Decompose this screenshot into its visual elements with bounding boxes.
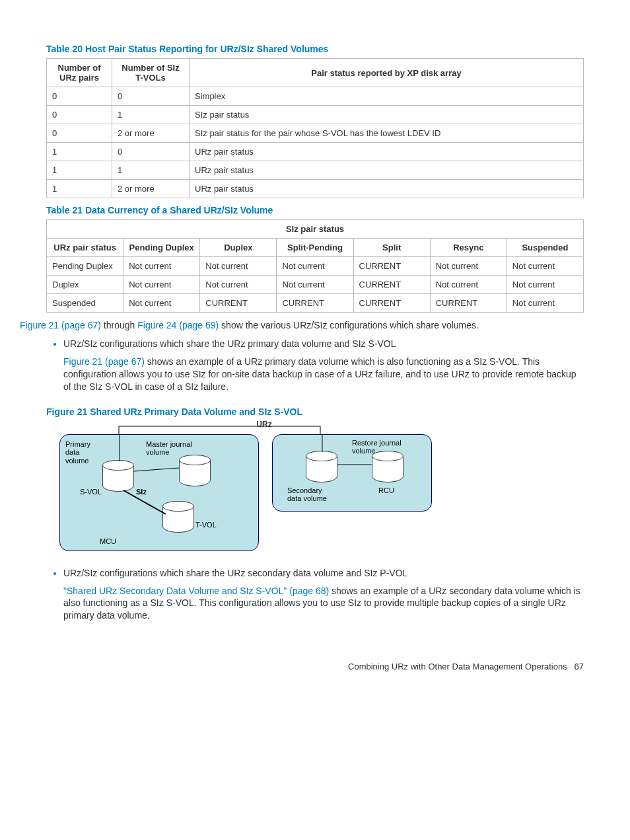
table-cell: Not current xyxy=(200,257,277,276)
restore-journal-cyl-icon xyxy=(372,451,403,482)
table-header: Pending Duplex xyxy=(123,239,200,257)
table-cell: Not current xyxy=(507,276,583,294)
link-fig24[interactable]: Figure 24 (page 69) xyxy=(137,320,219,330)
table-21-title: Table 21 Data Currency of a Shared URz/S… xyxy=(46,205,584,215)
bullet-shared-primary: URz/SIz configurations which share the U… xyxy=(63,338,584,393)
table-cell: Not current xyxy=(123,257,200,276)
table-cell: Not current xyxy=(277,276,353,294)
table-cell: CURRENT xyxy=(200,294,277,313)
table-cell: Suspended xyxy=(47,294,123,313)
table-cell: URz pair status xyxy=(190,161,584,180)
page-footer: Combining URz with Other Data Management… xyxy=(46,662,584,671)
table-cell: 1 xyxy=(47,161,112,180)
t20-h1: Number of URz pairs xyxy=(47,59,112,87)
table-cell: Not current xyxy=(277,257,353,276)
table-header: Resync xyxy=(430,239,507,257)
table-cell: 0 xyxy=(112,87,190,106)
table-cell: Not current xyxy=(430,276,507,294)
table-cell: 0 xyxy=(47,106,112,124)
table-header: Duplex xyxy=(200,239,277,257)
table-cell: Simplex xyxy=(190,87,584,106)
table-cell: URz pair status xyxy=(190,180,584,198)
table-header: Suspended xyxy=(507,239,583,257)
table-cell: SIz pair status xyxy=(190,106,584,124)
table-21: SIz pair status URz pair statusPending D… xyxy=(46,219,584,313)
table-cell: 0 xyxy=(47,124,112,143)
t20-h2: Number of SIz T-VOLs xyxy=(112,59,190,87)
table-cell: Not current xyxy=(430,257,507,276)
table-cell: URz pair status xyxy=(190,143,584,161)
table-cell: CURRENT xyxy=(353,276,430,294)
table-cell: CURRENT xyxy=(277,294,353,313)
primary-cyl-icon xyxy=(102,460,134,492)
table-20: Number of URz pairs Number of SIz T-VOLs… xyxy=(46,58,584,198)
table-20-title: Table 20 Host Pair Status Reporting for … xyxy=(46,44,584,54)
master-journal-cyl-icon xyxy=(179,455,211,486)
table-header: URz pair status xyxy=(47,239,123,257)
mcu-box: Primary data volume Master journal volum… xyxy=(59,434,259,551)
table-cell: 0 xyxy=(47,87,112,106)
secondary-cyl-icon xyxy=(306,451,337,482)
table-cell: CURRENT xyxy=(353,294,430,313)
link-shared-secondary[interactable]: "Shared URz Secondary Data Volume and SI… xyxy=(63,586,329,596)
table-cell: SIz pair status for the pair whose S-VOL… xyxy=(190,124,584,143)
table-cell: CURRENT xyxy=(430,294,507,313)
table-cell: Duplex xyxy=(47,276,123,294)
table-cell: 1 xyxy=(112,106,190,124)
svg-line-3 xyxy=(134,468,179,471)
table-cell: 1 xyxy=(47,180,112,198)
para-figures-range: Figure 21 (page 67) through Figure 24 (p… xyxy=(20,319,584,332)
urz-label: URz xyxy=(99,420,429,429)
table-cell: CURRENT xyxy=(353,257,430,276)
link-fig21-b[interactable]: Figure 21 (page 67) xyxy=(63,356,145,367)
table-cell: 2 or more xyxy=(112,124,190,143)
t20-h3: Pair status reported by XP disk array xyxy=(190,59,584,87)
table-cell: 1 xyxy=(112,161,190,180)
table-cell: Pending Duplex xyxy=(47,257,123,276)
table-header: Split xyxy=(353,239,430,257)
figure-21-title: Figure 21 Shared URz Primary Data Volume… xyxy=(46,406,584,417)
table-cell: Not current xyxy=(123,276,200,294)
table-cell: Not current xyxy=(507,294,583,313)
table-cell: Not current xyxy=(200,276,277,294)
rcu-box: Restore journal volume Secondary data vo… xyxy=(272,434,432,512)
tvol-cyl-icon xyxy=(162,501,194,533)
bullet-shared-secondary: URz/SIz configurations which share the U… xyxy=(63,568,584,623)
table-header: Split-Pending xyxy=(277,239,353,257)
table-cell: 0 xyxy=(112,143,190,161)
table-cell: 1 xyxy=(47,143,112,161)
link-fig21[interactable]: Figure 21 (page 67) xyxy=(20,320,101,330)
table-cell: Not current xyxy=(123,294,200,313)
table-cell: 2 or more xyxy=(112,180,190,198)
figure-21-diagram: URz Primary data volume Master journal v… xyxy=(59,422,456,554)
t21-span: SIz pair status xyxy=(47,220,584,239)
table-cell: Not current xyxy=(507,257,583,276)
